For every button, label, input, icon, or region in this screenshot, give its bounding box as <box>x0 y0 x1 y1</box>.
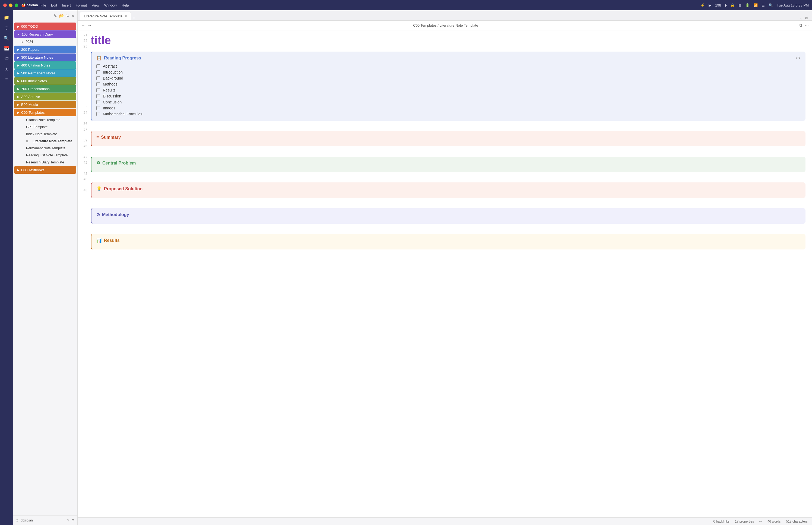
callout-reading-progress: 📋 Reading Progress </> Abstract Introduc… <box>91 51 806 121</box>
sidebar-item-b00-media[interactable]: ▶ B00 Media <box>14 101 76 108</box>
search-icon[interactable]: 🔍 <box>769 3 773 7</box>
new-note-icon[interactable]: ✎ <box>54 14 57 18</box>
checkbox-input[interactable] <box>96 64 100 68</box>
checkbox-abstract: Abstract <box>96 63 801 69</box>
sidebar-item-d00-textbooks[interactable]: ▶ D00 Textbooks <box>14 166 76 174</box>
close-sidebar-icon[interactable]: ✕ <box>71 14 75 18</box>
menu-bar: File Edit Insert Format View Window Help <box>41 3 129 7</box>
more-options-icon[interactable]: ⋯ <box>805 23 809 28</box>
sidebar-item-a00-archive[interactable]: ▶ A00 Archive <box>14 93 76 101</box>
tag-icon[interactable]: 🏷 <box>2 54 11 63</box>
leaf-label: Research Diary Template <box>26 161 64 164</box>
callout-title-text: Methodology <box>102 212 129 217</box>
sidebar-leaf-reading-list-note-template[interactable]: Reading List Note Template <box>14 152 76 159</box>
tab-chevron-icon[interactable]: ⌄ <box>799 16 803 20</box>
checkbox-label: Abstract <box>103 64 117 69</box>
sidebar-item-600-index-notes[interactable]: ▶ 600 Index Notes <box>14 77 76 85</box>
checkbox-input[interactable] <box>96 112 100 116</box>
play-icon[interactable]: ▶ <box>709 3 711 7</box>
checkbox-background: Background <box>96 75 801 81</box>
checkbox-introduction: Introduction <box>96 69 801 75</box>
backlinks-status[interactable]: 0 backlinks <box>713 520 729 523</box>
arrow-icon: ▶ <box>17 103 19 106</box>
menu-view[interactable]: View <box>92 3 99 7</box>
menu-window[interactable]: Window <box>104 3 117 7</box>
search-activity-icon[interactable]: 🔍 <box>2 34 11 42</box>
callout-title-text: Results <box>104 238 120 243</box>
sidebar-leaf-index-note-template[interactable]: Index Note Template <box>14 131 76 138</box>
sidebar-item-500-permanent-notes[interactable]: ▶ 500 Permanent Notes <box>14 69 76 77</box>
sidebar-item-label: B00 Media <box>21 103 38 107</box>
checkbox-input[interactable] <box>96 70 100 74</box>
settings-icon[interactable]: ⚙ <box>71 518 75 522</box>
sidebar-item-100-research-diary[interactable]: ▼ 100 Research Diary <box>14 30 76 38</box>
calendar-icon[interactable]: 📅 <box>2 44 11 52</box>
help-icon[interactable]: ? <box>67 518 69 522</box>
sidebar-item-200-papers[interactable]: ▶ 200 Papers <box>14 46 76 53</box>
tab-close-icon[interactable]: ✕ <box>125 14 127 18</box>
active-dot <box>26 140 28 142</box>
sidebar-tree: ▶ 000 TODO ▼ 100 Research Diary ▶ 2024 ▶… <box>13 21 77 515</box>
menu-file[interactable]: File <box>41 3 46 7</box>
line-numbers: 21 22 23 33 34 36 37 39 <box>78 30 91 518</box>
tab-add-button[interactable]: + <box>133 15 135 20</box>
back-button[interactable]: ← <box>81 23 85 28</box>
checkbox-input[interactable] <box>96 82 100 86</box>
checkbox-input[interactable] <box>96 76 100 80</box>
menu-insert[interactable]: Insert <box>62 3 71 7</box>
sidebar-item-300-literature-notes[interactable]: ▶ 300 Literature Notes <box>14 54 76 61</box>
sidebar-item-2024[interactable]: ▶ 2024 <box>14 38 76 45</box>
tab-layout-icon[interactable]: ⧉ <box>805 16 808 20</box>
spacer-5 <box>91 226 806 234</box>
open-folder-icon[interactable]: 📂 <box>59 14 64 18</box>
sidebar-item-label: C00 Templates <box>21 110 45 115</box>
dropbox-icon: ⧫ <box>725 3 726 7</box>
sidebar-item-700-presentations[interactable]: ▶ 700 Presentations <box>14 85 76 93</box>
app-body: 📁 ⬡ 🔍 📅 🏷 ★ ≡ ✎ 📂 ⇅ ✕ ▶ 000 TODO ▼ 100 R… <box>0 10 812 525</box>
menu-edit[interactable]: Edit <box>51 3 57 7</box>
callout-title: 📊 Results <box>96 238 120 243</box>
checkbox-input[interactable] <box>96 94 100 98</box>
notification-icon[interactable]: ☰ <box>762 3 765 7</box>
callout-header: 📊 Results <box>96 238 801 243</box>
tab-literature-note-template[interactable]: Literature Note Template ✕ <box>80 12 131 20</box>
vault-icon: ⊙ <box>16 519 18 522</box>
sidebar-item-400-citation-notes[interactable]: ▶ 400 Citation Notes <box>14 61 76 69</box>
sort-icon[interactable]: ⇅ <box>66 14 69 18</box>
arrow-icon: ▶ <box>17 95 19 98</box>
checkbox-input[interactable] <box>96 106 100 110</box>
checkbox-input[interactable] <box>96 100 100 104</box>
results-icon: 📊 <box>96 238 102 243</box>
sidebar-leaf-citation-note-template[interactable]: Citation Note Template <box>14 117 76 123</box>
minimize-button[interactable] <box>9 3 13 7</box>
checkbox-label: Conclusion <box>103 100 122 104</box>
forward-button[interactable]: → <box>87 23 92 28</box>
list-icon[interactable]: ≡ <box>2 75 11 84</box>
document-title[interactable]: title <box>91 34 806 47</box>
sidebar-leaf-gpt-template[interactable]: GPT Template <box>14 123 76 131</box>
menu-format[interactable]: Format <box>76 3 87 7</box>
sidebar-leaf-research-diary-template[interactable]: Research Diary Template <box>14 159 76 166</box>
checkbox-input[interactable] <box>96 88 100 92</box>
characters-status: 518 characters <box>786 520 808 523</box>
editor-toolbar: ← → C00 Templates / Literature Note Temp… <box>78 21 812 30</box>
properties-status[interactable]: 17 properties <box>735 520 754 523</box>
central-problem-icon: ♻ <box>96 161 100 166</box>
editor-content: title 📋 Reading Progress </> Abstract <box>91 30 812 518</box>
maximize-button[interactable] <box>15 3 18 7</box>
grid-icon[interactable]: ⊞ <box>738 3 741 7</box>
sidebar-item-000-todo[interactable]: ▶ 000 TODO <box>14 22 76 30</box>
close-button[interactable] <box>3 3 7 7</box>
sidebar-leaf-literature-note-template[interactable]: Literature Note Template <box>14 138 76 145</box>
sidebar-leaf-permanent-note-template[interactable]: Permanent Note Template <box>14 145 76 152</box>
callout-toggle-icon[interactable]: </> <box>795 56 801 60</box>
breadcrumb-path[interactable]: C00 Templates <box>413 23 436 27</box>
files-icon[interactable]: 📁 <box>2 13 11 22</box>
menu-help[interactable]: Help <box>122 3 129 7</box>
sidebar-item-c00-templates[interactable]: ▶ C00 Templates <box>14 109 76 116</box>
split-view-icon[interactable]: ⧉ <box>799 23 802 28</box>
star-icon[interactable]: ★ <box>2 65 11 73</box>
callout-title-text: Proposed Solution <box>104 186 142 191</box>
graph-icon[interactable]: ⬡ <box>2 23 11 32</box>
sidebar-item-label: 300 Literature Notes <box>21 55 53 59</box>
